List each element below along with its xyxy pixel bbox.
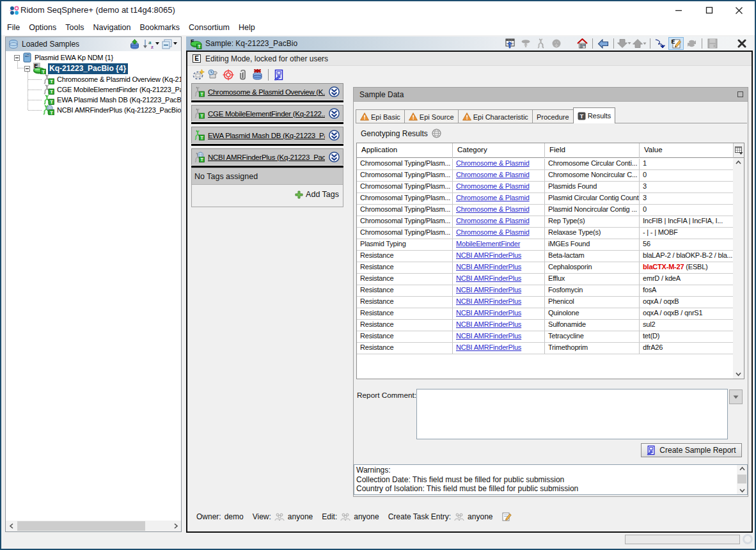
category-link[interactable]: NCBI AMRFinderPlus [456, 251, 521, 259]
collapse-all-icon[interactable] [162, 39, 178, 49]
tree-node-task[interactable]: T CGE MobileElementFinder (Kq-21223_PacB [43, 84, 181, 95]
tree-task-label[interactable]: NCBI AMRFinderPlus (Kq-21223_PacBio) [57, 106, 181, 114]
attachment-icon[interactable] [235, 68, 250, 82]
table-row[interactable]: Resistance NCBI AMRFinderPlus Cephalospo… [357, 262, 733, 274]
category-link[interactable]: NCBI AMRFinderPlus [456, 297, 521, 305]
refresh-icon-disabled[interactable] [684, 37, 699, 50]
menu-help[interactable]: Help [234, 23, 260, 32]
tab-label[interactable]: Epi Source [420, 113, 454, 121]
table-row[interactable]: Chromosomal Typing/Plasm... Chromosome &… [357, 193, 733, 205]
category-link[interactable]: NCBI AMRFinderPlus [456, 263, 521, 271]
table-row[interactable]: Resistance NCBI AMRFinderPlus Quinolone … [357, 308, 733, 320]
tree-node-task[interactable]: T EWA Plasmid Mash DB (Kq-21223_PacBio) [43, 95, 181, 105]
submit-cgmlst-icon-disabled[interactable] [518, 37, 533, 50]
column-header-field[interactable]: Field [545, 143, 640, 158]
menu-consortium[interactable]: Consortium [184, 23, 234, 32]
pdf-report-icon[interactable] [272, 68, 287, 82]
table-row[interactable]: Chromosomal Typing/Plasm... Chromosome &… [357, 228, 733, 239]
table-row[interactable]: Resistance NCBI AMRFinderPlus Tetracycli… [357, 331, 733, 343]
back-icon[interactable] [595, 37, 611, 50]
edit-permissions-icon[interactable] [501, 512, 512, 522]
category-link[interactable]: NCBI AMRFinderPlus [456, 332, 521, 340]
scroll-down-icon[interactable] [733, 372, 744, 377]
table-row[interactable]: Resistance NCBI AMRFinderPlus Phenicol o… [357, 297, 733, 308]
expand-section-icon[interactable] [329, 86, 340, 97]
tree-task-label[interactable]: EWA Plasmid Mash DB (Kq-21223_PacBio) [57, 96, 181, 104]
down-arrow-icon-disabled[interactable] [617, 37, 632, 50]
table-row[interactable]: Plasmid Typing MobileElementFinder iMGEs… [357, 239, 733, 251]
table-settings-icon[interactable] [733, 143, 744, 158]
delete-from-db-icon[interactable] [250, 68, 265, 82]
tab-procedure[interactable]: Procedure [532, 109, 574, 123]
home-icon[interactable] [574, 37, 590, 50]
category-link[interactable]: NCBI AMRFinderPlus [456, 309, 521, 317]
tree-sample-label[interactable]: Kq-21223_PacBio {4} [48, 63, 128, 74]
category-link[interactable]: Chromosome & Plasmid [456, 217, 530, 224]
section-link[interactable]: CGE MobileElementFinder (Kq-2122... [208, 110, 325, 118]
tab-epi-characteristic[interactable]: Epi Characteristic [458, 109, 533, 123]
tab-results[interactable]: T Results [573, 107, 616, 123]
tree-horizontal-scrollbar[interactable] [6, 521, 181, 531]
float-panel-icon[interactable] [737, 91, 743, 97]
tab-epi-source[interactable]: Epi Source [404, 109, 459, 123]
table-row[interactable]: Resistance NCBI AMRFinderPlus Efflux emr… [357, 274, 733, 285]
target-icon[interactable] [221, 68, 235, 82]
table-row[interactable]: Chromosomal Typing/Plasm... Chromosome &… [357, 205, 733, 216]
table-row[interactable]: Chromosomal Typing/Plasm... Chromosome &… [357, 182, 733, 193]
goto-task-icon[interactable] [653, 37, 668, 50]
tree-node-sample[interactable]: E T Kq-21223_PacBio {4} [24, 63, 128, 74]
category-link[interactable]: Chromosome & Plasmid [456, 159, 530, 167]
report-comment-dropdown[interactable] [729, 389, 743, 404]
warnings-scrollbar[interactable] [737, 465, 747, 494]
tree-node-task[interactable]: T NCBI AMRFinderPlus (Kq-21223_PacBio) [43, 105, 181, 115]
tab-label[interactable]: Epi Basic [371, 113, 400, 121]
collapse-expander-icon[interactable] [14, 55, 20, 61]
column-header-category[interactable]: Category [453, 143, 545, 158]
maximize-button[interactable] [695, 1, 724, 19]
collapse-expander-icon[interactable] [24, 66, 30, 72]
scrollbar-thumb[interactable] [17, 521, 145, 531]
category-link[interactable]: NCBI AMRFinderPlus [456, 343, 521, 351]
expand-section-icon[interactable] [329, 130, 340, 141]
save-icon-disabled[interactable] [705, 37, 720, 50]
category-link[interactable]: Chromosome & Plasmid [456, 171, 530, 178]
scrollbar-thumb[interactable] [737, 475, 746, 483]
scroll-right-icon[interactable] [170, 521, 181, 531]
table-row[interactable]: Chromosomal Typing/Plasm... Chromosome &… [357, 159, 733, 170]
section-link[interactable]: NCBI AMRFinderPlus (Kq-21223_Pac... [208, 153, 325, 161]
tree-node-project[interactable]: Proj Plasmid EWA Kp NDM {1} [14, 52, 113, 63]
table-row[interactable]: Resistance NCBI AMRFinderPlus Trimethopr… [357, 343, 733, 354]
table-row[interactable]: Resistance NCBI AMRFinderPlus Beta-lacta… [357, 251, 733, 262]
up-arrow-icon-disabled[interactable] [632, 37, 647, 50]
create-sample-report-label[interactable]: Create Sample Report [659, 446, 736, 455]
menu-tools[interactable]: Tools [61, 23, 88, 32]
expand-section-icon[interactable] [329, 152, 340, 162]
add-tags-button[interactable]: Add Tags [295, 190, 339, 199]
tree-node-task[interactable]: T Chromosome & Plasmid Overview (Kq-2122 [43, 74, 181, 84]
import-samples-icon[interactable] [129, 39, 140, 50]
menu-file[interactable]: File [3, 23, 24, 32]
column-header-value[interactable]: Value [640, 143, 733, 158]
column-header-application[interactable]: Application [357, 143, 453, 158]
category-link[interactable]: Chromosome & Plasmid [456, 228, 530, 236]
category-link[interactable]: NCBI AMRFinderPlus [456, 274, 521, 282]
close-button[interactable] [724, 1, 753, 19]
send-to-table-icon[interactable] [503, 37, 518, 50]
expand-section-icon[interactable] [329, 108, 340, 119]
tree-task-label[interactable]: Chromosome & Plasmid Overview (Kq-2122 [57, 75, 181, 83]
category-link[interactable]: Chromosome & Plasmid [456, 194, 530, 201]
section-link[interactable]: EWA Plasmid Mash DB (Kq-21223_Pa... [208, 132, 325, 139]
submit-globe-icon-disabled[interactable] [549, 37, 564, 50]
scroll-up-icon[interactable] [737, 466, 747, 471]
tab-epi-basic[interactable]: Epi Basic [356, 109, 405, 123]
tab-label[interactable]: Epi Characteristic [473, 113, 528, 121]
table-row[interactable]: Resistance NCBI AMRFinderPlus Fosfomycin… [357, 285, 733, 297]
menu-navigation[interactable]: Navigation [88, 23, 135, 32]
create-sample-report-button[interactable]: Create Sample Report [641, 443, 742, 457]
table-vertical-scrollbar[interactable] [733, 143, 744, 379]
history-icon[interactable] [206, 68, 221, 82]
menu-options[interactable]: Options [24, 23, 61, 32]
tree-project-label[interactable]: Plasmid EWA Kp NDM {1} [35, 54, 113, 61]
section-link[interactable]: Chromosome & Plasmid Overview (K... [208, 88, 325, 96]
add-tags-label[interactable]: Add Tags [306, 190, 339, 199]
